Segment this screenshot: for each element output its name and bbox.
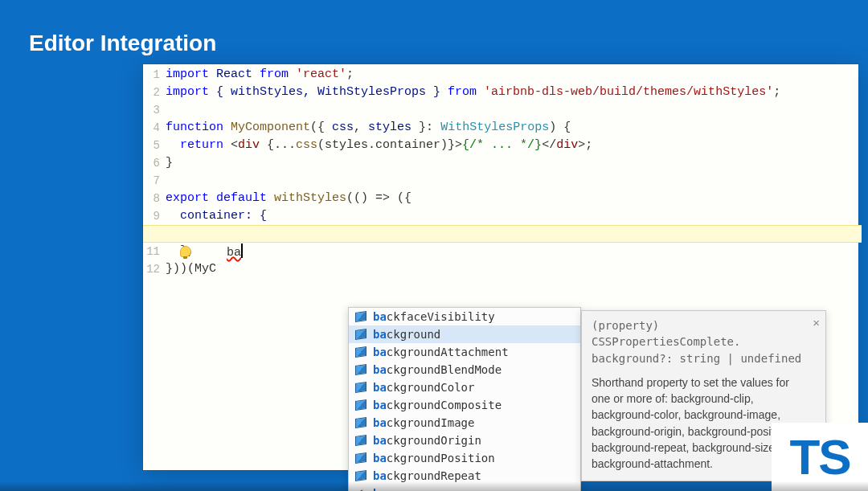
line-number: 3: [143, 101, 160, 119]
completion-rest: ckgroundComposite: [387, 396, 502, 414]
completion-rest: ckgroundColor: [387, 378, 475, 396]
property-icon: [355, 436, 366, 445]
completion-item[interactable]: backgroundColor: [349, 378, 580, 396]
code-line: }))(MyC: [166, 260, 855, 278]
completion-match: ba: [373, 414, 387, 432]
lightbulb-icon[interactable]: [180, 246, 191, 257]
completion-rest: ckgroundBlendMode: [387, 361, 502, 378]
active-line[interactable]: ba: [143, 225, 862, 243]
code-line: export default withStyles(() => ({: [166, 190, 855, 207]
completion-match: ba: [373, 449, 387, 467]
completion-rest: ckgroundOrigin: [387, 432, 481, 449]
completion-item[interactable]: backgroundImage: [349, 414, 580, 432]
property-icon: [355, 418, 366, 428]
completion-match: ba: [373, 361, 387, 378]
typed-text: ba: [198, 246, 241, 260]
property-icon: [355, 400, 366, 410]
code-line: import React from 'react';: [166, 66, 855, 84]
code-line: container: {: [166, 207, 855, 225]
completion-item[interactable]: backgroundOrigin: [349, 432, 580, 449]
code-line: import { withStyles, WithStylesProps } f…: [166, 84, 855, 101]
completion-match: ba: [373, 325, 387, 343]
code-line: [166, 101, 855, 119]
autocomplete-popup[interactable]: backfaceVisibilitybackgroundbackgroundAt…: [348, 307, 581, 491]
completion-item[interactable]: backgroundBlendMode: [349, 361, 580, 378]
completion-match: ba: [373, 378, 387, 396]
line-number: 2: [143, 84, 160, 101]
property-icon: [355, 453, 366, 463]
completion-match: ba: [373, 396, 387, 414]
completion-item[interactable]: backgroundPosition: [349, 449, 580, 467]
completion-rest: ckfaceVisibility: [387, 308, 495, 325]
code-area[interactable]: import React from 'react'; import { with…: [166, 66, 855, 278]
line-number: 5: [143, 137, 160, 154]
doc-signature: (property) CSSPropertiesComplete.backgro…: [592, 317, 805, 366]
slide-title: Editor Integration: [29, 31, 216, 56]
completion-rest: ckground: [387, 325, 440, 343]
code-line: },: [166, 243, 855, 260]
completion-item[interactable]: background: [349, 325, 580, 343]
property-icon: [355, 471, 366, 481]
completion-item[interactable]: backgroundAttachment: [349, 343, 580, 361]
code-line: [166, 172, 855, 190]
line-number: 7: [143, 172, 160, 190]
close-icon[interactable]: ×: [813, 314, 820, 332]
code-line: }: [166, 154, 855, 172]
text-caret: [241, 243, 243, 258]
slide-shadow: [0, 481, 868, 491]
property-icon: [355, 312, 366, 321]
line-number: 6: [143, 154, 160, 172]
property-icon: [355, 365, 366, 374]
completion-item[interactable]: backgroundComposite: [349, 396, 580, 414]
property-icon: [355, 383, 366, 392]
completion-match: ba: [373, 432, 387, 449]
code-line: return <div {...css(styles.container)}>{…: [166, 137, 855, 154]
completion-rest: ckgroundImage: [387, 414, 475, 432]
completion-item[interactable]: backfaceVisibility: [349, 308, 580, 325]
editor-pane[interactable]: 1 2 3 4 5 6 7 8 9 10 11 12 import React …: [143, 64, 858, 470]
line-number: 8: [143, 190, 160, 207]
code-line: function MyComponent({ css, styles }: Wi…: [166, 119, 855, 137]
line-number: 4: [143, 119, 160, 137]
completion-match: ba: [373, 308, 387, 325]
completion-rest: ckgroundAttachment: [387, 343, 509, 361]
property-icon: [355, 329, 366, 339]
completion-match: ba: [373, 343, 387, 361]
completion-rest: ckgroundPosition: [387, 449, 495, 467]
line-number: 9: [143, 207, 160, 225]
line-number: 1: [143, 66, 160, 84]
property-icon: [355, 347, 366, 357]
